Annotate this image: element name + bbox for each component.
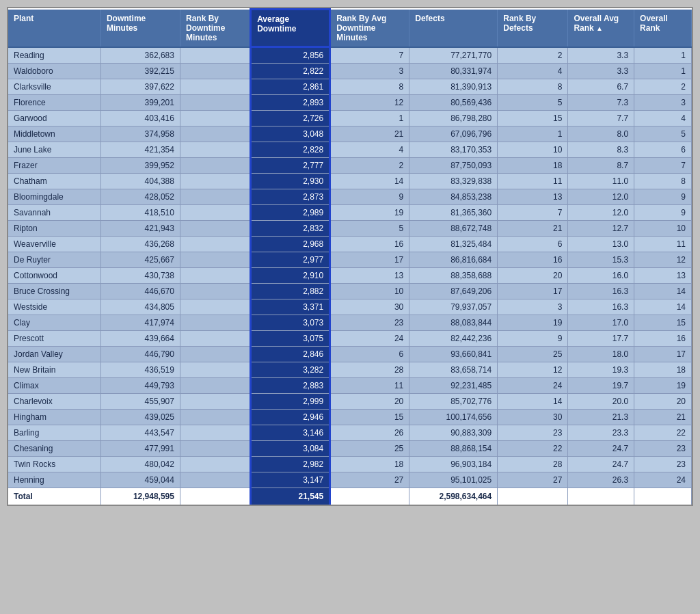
cell-plant: Climax [8,378,100,394]
cell-defects: 96,903,184 [409,457,498,472]
cell-downtimeMinutes: 392,215 [100,64,180,79]
cell-overallRank: 3 [634,95,692,111]
table-row: Florence399,2012,8931280,569,43657.33 [8,95,692,111]
cell-averageDowntime: 2,982 [251,457,330,472]
cell-rankByDowntimeMinutes [180,315,250,331]
cell-defects: 83,170,353 [409,142,498,158]
cell-plant: Chatham [8,174,100,189]
cell-rankByAvgDowntime: 21 [330,126,409,142]
table-row: June Lake421,3542,828483,170,353108.36 [8,142,692,158]
cell-rankByDowntimeMinutes [180,331,250,347]
cell-plant: Twin Rocks [8,457,100,472]
cell-defects: 84,853,238 [409,189,498,205]
cell-overallRank: 1 [634,64,692,79]
table-row: Weaverville436,2682,9681681,325,484613.0… [8,237,692,252]
col-rank-downtime: Rank By Downtime Minutes [180,10,250,47]
cell-averageDowntime: 2,999 [251,394,330,410]
table-row: Clarksville397,6222,861881,390,91386.72 [8,79,692,95]
table-row: Westside434,8053,3713079,937,057316.314 [8,299,692,315]
cell-rankByAvgDowntime: 7 [330,47,409,64]
cell-averageDowntime: 2,856 [251,47,330,64]
table-row: Hingham439,0252,94615100,174,6563021.321 [8,410,692,425]
cell-rankByDowntimeMinutes [180,252,250,268]
cell-overallAvgRank: 16.3 [568,284,634,299]
cell-overallRank: 9 [634,189,692,205]
cell-plant: Charlevoix [8,394,100,410]
cell-overallRank: 17 [634,347,692,362]
cell-overallRank: 20 [634,394,692,410]
cell-rankByDowntimeMinutes [180,142,250,158]
cell-plant: Frazer [8,158,100,174]
cell-rankByDefects: 7 [498,205,568,221]
cell-plant: De Ruyter [8,252,100,268]
cell-downtimeMinutes: 418,510 [100,205,180,221]
cell-rankByDowntimeMinutes [180,64,250,79]
cell-overallRank: 9 [634,205,692,221]
cell-overallAvgRank: 26.3 [568,472,634,488]
cell-downtimeMinutes: 428,052 [100,189,180,205]
cell-defects: 100,174,656 [409,410,498,425]
table-row: Bloomingdale428,0522,873984,853,2381312.… [8,189,692,205]
cell-defects: 82,442,236 [409,331,498,347]
cell-overallRank: 22 [634,425,692,441]
table-row: Savannah418,5102,9891981,365,360712.09 [8,205,692,221]
cell-overallAvgRank: 8.0 [568,126,634,142]
cell-defects: 86,816,684 [409,252,498,268]
cell-downtimeMinutes: 446,670 [100,284,180,299]
col-plant: Plant [8,10,100,47]
cell-averageDowntime: 3,075 [251,331,330,347]
cell-rankByDefects: 5 [498,95,568,111]
cell-downtimeMinutes: 421,354 [100,142,180,158]
table-row: Climax449,7932,8831192,231,4852419.719 [8,378,692,394]
cell-overallAvgRank: 24.7 [568,441,634,457]
col-rank-defects: Rank By Defects [498,10,568,47]
cell-downtimeMinutes: 397,622 [100,79,180,95]
total-avg-downtime: 21,545 [251,488,330,505]
col-defects: Defects [409,10,498,47]
cell-plant: Clarksville [8,79,100,95]
cell-defects: 88,358,688 [409,268,498,284]
cell-plant: Clay [8,315,100,331]
cell-rankByDowntimeMinutes [180,410,250,425]
cell-rankByAvgDowntime: 15 [330,410,409,425]
cell-downtimeMinutes: 455,907 [100,394,180,410]
cell-rankByDowntimeMinutes [180,394,250,410]
cell-overallAvgRank: 16.0 [568,268,634,284]
cell-defects: 79,937,057 [409,299,498,315]
cell-averageDowntime: 2,726 [251,111,330,126]
cell-overallRank: 23 [634,457,692,472]
cell-averageDowntime: 3,371 [251,299,330,315]
table-row: Henning459,0443,1472795,101,0252726.324 [8,472,692,488]
cell-rankByDowntimeMinutes [180,111,250,126]
cell-rankByAvgDowntime: 18 [330,457,409,472]
cell-overallRank: 16 [634,331,692,347]
cell-averageDowntime: 3,282 [251,362,330,378]
cell-rankByDowntimeMinutes [180,174,250,189]
cell-rankByAvgDowntime: 28 [330,362,409,378]
cell-overallAvgRank: 18.0 [568,347,634,362]
cell-rankByDowntimeMinutes [180,221,250,237]
cell-rankByDefects: 9 [498,331,568,347]
cell-overallRank: 14 [634,299,692,315]
cell-rankByAvgDowntime: 20 [330,394,409,410]
cell-rankByDefects: 8 [498,79,568,95]
cell-rankByAvgDowntime: 19 [330,205,409,221]
cell-rankByDowntimeMinutes [180,237,250,252]
cell-defects: 92,231,485 [409,378,498,394]
cell-defects: 83,329,838 [409,174,498,189]
cell-plant: Florence [8,95,100,111]
table-row: Charlevoix455,9072,9992085,702,7761420.0… [8,394,692,410]
cell-rankByDefects: 27 [498,472,568,488]
cell-overallRank: 18 [634,362,692,378]
table-row: Cottonwood430,7382,9101388,358,6882016.0… [8,268,692,284]
cell-overallAvgRank: 17.7 [568,331,634,347]
cell-overallRank: 2 [634,79,692,95]
cell-plant: Weaverville [8,237,100,252]
cell-averageDowntime: 3,073 [251,315,330,331]
cell-overallRank: 10 [634,221,692,237]
cell-downtimeMinutes: 404,388 [100,174,180,189]
cell-rankByDefects: 11 [498,174,568,189]
col-avg-downtime[interactable]: Average Downtime [251,10,330,47]
cell-rankByAvgDowntime: 1 [330,111,409,126]
cell-rankByDowntimeMinutes [180,362,250,378]
